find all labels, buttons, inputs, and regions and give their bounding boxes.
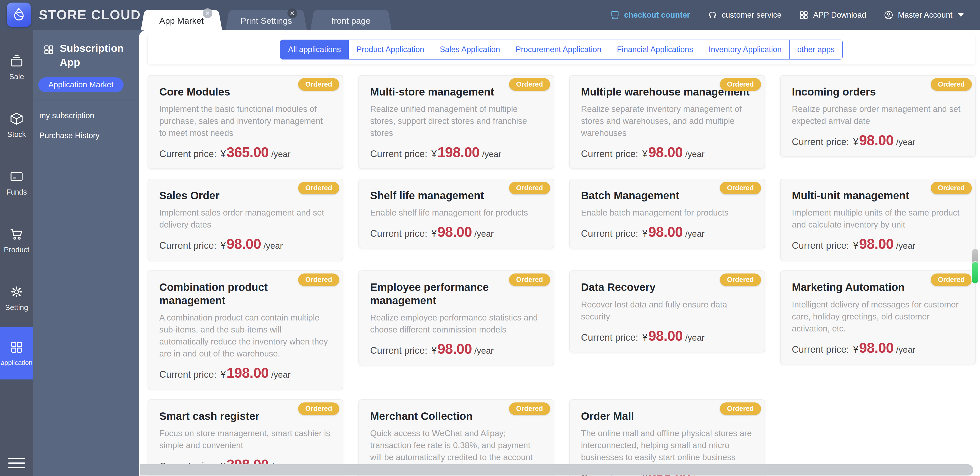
card-price-row: Current price:¥98.00/year	[370, 225, 542, 239]
rail-item-label: Product	[4, 246, 29, 254]
sidebar-item-application-market[interactable]: Application Market	[38, 77, 124, 92]
card-price-row: Current price:¥98.00/year	[792, 133, 964, 147]
price-suffix: /year	[271, 370, 291, 380]
card-price-row: Current price:¥98.00/year	[792, 237, 964, 251]
price-label: Current price:	[581, 228, 638, 239]
header-tab-front-page[interactable]: front page	[310, 7, 391, 30]
sidebar-item-my-subscription[interactable]: my subscription	[33, 100, 151, 120]
rail-item-stock[interactable]: Stock	[0, 96, 33, 154]
price-suffix: /year	[482, 149, 501, 159]
app-card[interactable]: OrderedShelf life managementEnable shelf…	[358, 179, 554, 248]
close-icon[interactable]: ✕	[288, 8, 297, 18]
price-label: Current price:	[370, 345, 427, 356]
price-label: Current price:	[159, 149, 216, 159]
price-value: 98.00	[648, 329, 682, 343]
header-menu-app-download[interactable]: APP Download	[790, 10, 875, 20]
app-card[interactable]: OrderedCore ModulesImplement the basic f…	[148, 75, 344, 169]
filter-tab-all-applications[interactable]: All applications	[280, 40, 349, 59]
main-content: All applicationsProduct ApplicationSales…	[139, 30, 980, 476]
sidebar-item-purchase-history[interactable]: Purchase History	[33, 120, 151, 140]
currency-symbol: ¥	[431, 228, 436, 239]
app-card[interactable]: OrderedMulti-unit managementImplement mu…	[780, 179, 976, 260]
currency-symbol: ¥	[853, 240, 858, 251]
close-icon[interactable]: ✕	[203, 8, 212, 18]
tab-label: front page	[310, 7, 391, 30]
card-description: Realize purchase order management and se…	[792, 103, 964, 127]
rail-item-funds[interactable]: Funds	[0, 154, 33, 212]
setting-icon	[9, 285, 24, 299]
header-menu-customer-service[interactable]: customer service	[699, 10, 790, 20]
grid-icon	[43, 44, 55, 70]
price-value: 98.00	[648, 145, 682, 159]
ordered-badge: Ordered	[720, 182, 761, 194]
price-value: 98.00	[437, 225, 472, 239]
app-card[interactable]: OrderedCombination product managementA c…	[148, 271, 344, 389]
horizontal-scrollbar-thumb[interactable]	[140, 464, 974, 476]
card-price-row: Current price:¥198.00/year	[370, 145, 542, 159]
price-value: 365.00	[226, 145, 269, 159]
header-menu-master-account[interactable]: Master Account	[875, 10, 972, 20]
price-value: 98.00	[437, 342, 472, 356]
product-icon	[9, 227, 24, 242]
rail-item-application[interactable]: application	[0, 327, 33, 379]
currency-symbol: ¥	[642, 228, 648, 239]
app-card[interactable]: OrderedMulti-store managementRealize uni…	[358, 75, 554, 169]
card-price-row: Current price:¥98.00/year	[581, 225, 753, 239]
chevron-down-icon	[958, 13, 964, 17]
header-menu-checkout-counter[interactable]: checkout counter	[601, 10, 699, 20]
app-card[interactable]: OrderedIncoming ordersRealize purchase o…	[780, 75, 976, 156]
header-menu: checkout countercustomer serviceAPP Down…	[601, 0, 972, 30]
filter-tab-sales-application[interactable]: Sales Application	[432, 40, 508, 59]
price-label: Current price:	[792, 344, 849, 355]
price-label: Current price:	[370, 149, 427, 159]
header-tab-app-market[interactable]: App Market✕	[141, 7, 222, 30]
currency-symbol: ¥	[221, 149, 226, 159]
filter-tab-inventory-application[interactable]: Inventory Application	[701, 40, 789, 59]
brand-name: STORE CLOUD	[39, 7, 141, 22]
hamburger-menu-icon[interactable]	[8, 458, 25, 468]
user-icon	[883, 10, 894, 20]
currency-symbol: ¥	[853, 344, 858, 355]
card-description: Realize separate inventory management of…	[581, 103, 753, 139]
ordered-badge: Ordered	[509, 403, 550, 415]
app-card-grid: OrderedCore ModulesImplement the basic f…	[139, 64, 980, 476]
card-description: Recover lost data and fully ensure data …	[581, 299, 753, 323]
filter-tab-procurement-application[interactable]: Procurement Application	[508, 40, 609, 59]
vertical-scrollbar-thumb-green[interactable]	[972, 262, 978, 283]
price-value: 98.00	[859, 133, 894, 147]
rail-item-product[interactable]: Product	[0, 212, 33, 269]
filter-tab-financial-applications[interactable]: Financial Applications	[609, 40, 701, 59]
price-suffix: /year	[474, 346, 494, 356]
header-tab-print-settings[interactable]: Print Settings✕	[226, 7, 307, 30]
rail-item-sale[interactable]: Sale	[0, 38, 33, 96]
ordered-badge: Ordered	[298, 182, 339, 194]
ordered-badge: Ordered	[298, 274, 339, 286]
sidebar-title-text: Subscription App	[60, 41, 129, 70]
price-label: Current price:	[159, 240, 216, 251]
ordered-badge: Ordered	[931, 274, 972, 286]
price-label: Current price:	[159, 369, 216, 380]
rail-item-label: Setting	[5, 303, 28, 312]
app-card[interactable]: OrderedMultiple warehouse managementReal…	[569, 75, 765, 169]
brand: STORE CLOUD	[6, 3, 141, 27]
ordered-badge: Ordered	[931, 182, 972, 194]
price-suffix: /year	[474, 229, 494, 239]
app-card[interactable]: OrderedData RecoveryRecover lost data an…	[569, 271, 765, 352]
card-price-row: Current price:¥198.00/year	[159, 366, 332, 380]
app-card[interactable]: OrderedBatch ManagementEnable batch mana…	[569, 179, 765, 248]
card-price-row: Current price:¥98.00/year	[792, 341, 964, 355]
app-card[interactable]: OrderedEmployee performance managementRe…	[358, 271, 554, 365]
rail-item-setting[interactable]: Setting	[0, 269, 33, 327]
stock-icon	[9, 111, 24, 126]
price-value: 98.00	[859, 237, 894, 251]
filter-tab-product-application[interactable]: Product Application	[348, 40, 432, 59]
rail-item-label: Stock	[7, 130, 26, 139]
card-price-row: Current price:¥365.00/year	[159, 145, 332, 159]
subscription-sidebar: Subscription App Application Market my s…	[33, 30, 151, 476]
ordered-badge: Ordered	[720, 403, 761, 415]
card-description: Implement the basic functional modules o…	[159, 103, 332, 139]
filter-tab-other-apps[interactable]: other apps	[789, 40, 843, 59]
app-card[interactable]: OrderedMarketing AutomationIntelligent d…	[780, 271, 976, 364]
price-value: 198.00	[226, 366, 269, 380]
app-card[interactable]: OrderedSales OrderImplement sales order …	[148, 179, 344, 260]
